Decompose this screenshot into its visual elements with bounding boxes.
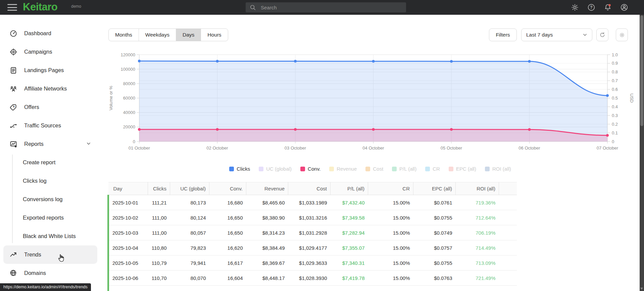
domains-icon (9, 269, 17, 277)
column-header-day: Day (108, 182, 148, 195)
tab-months[interactable]: Months (109, 29, 139, 41)
sidebar-item-affiliate-networks[interactable]: Affiliate Networks (0, 79, 101, 98)
cell-conv: 16,680 (209, 195, 246, 210)
trends-icon (9, 251, 17, 259)
legend-item-revenue[interactable]: Revenue (329, 166, 357, 172)
cell-roi-all: 714.49% (456, 240, 499, 255)
sidebar-item-label: Clicks log (23, 178, 47, 184)
legend-item-uc-global[interactable]: UC (global) (259, 166, 292, 172)
cell-clicks: 110,80 (148, 240, 170, 255)
filters-button[interactable]: Filters (489, 28, 517, 41)
cell-day: 2025-10-07 (108, 286, 148, 291)
cell-conv: 8,449 (209, 286, 246, 291)
cell-epc-all: $0.0755 (413, 255, 456, 271)
refresh-icon (599, 32, 606, 38)
app-logo: Keitaro (23, 1, 57, 13)
cell-p-l-all: $7,355.07 (331, 240, 368, 255)
sidebar-item-reports[interactable]: Reports (0, 135, 101, 153)
page-scrollbar[interactable] (640, 15, 644, 291)
cell-revenue: $4,289.34 (246, 286, 288, 291)
sidebar-item-clicks-log[interactable]: Clicks log (0, 172, 101, 190)
scrollbar-thumb[interactable] (640, 15, 643, 126)
sidebar-item-dashboard[interactable]: Dashboard (0, 24, 101, 43)
settings-icon[interactable] (571, 3, 579, 11)
cell-conv: 16,650 (209, 210, 246, 225)
sidebar-item-traffic-sources[interactable]: Traffic Sources (0, 116, 101, 135)
topbar: Keitaro demo ? (0, 0, 644, 15)
cell-epc-all: $0.0757 (413, 240, 456, 255)
tab-hours[interactable]: Hours (201, 29, 228, 41)
date-range-select[interactable]: Last 7 days (521, 28, 592, 41)
sidebar-item-black-and-white-lists[interactable]: Black and White Lists (0, 227, 101, 245)
sidebar-item-offers[interactable]: $Offers (0, 98, 101, 116)
refresh-button[interactable] (596, 28, 608, 41)
cell-cr: 15.00% (368, 210, 413, 225)
cell-cost: $1,031.3216 (288, 210, 331, 225)
sidebar-item-label: Exported reports (23, 215, 64, 221)
cell-cr: 15.00% (368, 255, 413, 271)
cell-filler (499, 240, 517, 255)
svg-text:0.2: 0.2 (612, 122, 618, 127)
help-icon[interactable]: ? (587, 3, 595, 11)
sidebar-item-trends[interactable]: Trends (3, 245, 97, 264)
legend-item-conv[interactable]: Conv. (300, 166, 320, 172)
legend-item-clicks[interactable]: Clicks (229, 166, 250, 172)
table-row: 2025-10-06110,7080,07016,604$8,448.17$1,… (108, 271, 517, 286)
table-row: 2025-10-03111,0080,05716,650$8,314.23$1,… (108, 225, 517, 240)
svg-text:0.7: 0.7 (612, 78, 618, 83)
sidebar-item-landings-pages[interactable]: Landings Pages (0, 61, 101, 79)
sidebar-item-create-report[interactable]: Create report (0, 153, 101, 172)
sidebar: DashboardCampaignsLandings PagesAffiliat… (0, 15, 101, 291)
svg-text:120000: 120000 (121, 52, 135, 57)
cell-cr: 15.00% (368, 286, 413, 291)
cell-revenue: $8,380.90 (246, 210, 288, 225)
legend-swatch (229, 167, 234, 171)
trends-table-wrap: DayClicksUC (global)Conv.RevenueCostP/L … (107, 182, 516, 291)
cell-cost: $1,031.2928 (288, 225, 331, 240)
notifications-icon[interactable] (604, 3, 612, 11)
cell-clicks: 111,00 (148, 210, 170, 225)
chevron-down-icon (85, 140, 92, 148)
cell-day: 2025-10-01 (108, 195, 148, 210)
tab-days[interactable]: Days (176, 29, 201, 41)
cell-roi-all: 719.9% (456, 286, 499, 291)
svg-text:40000: 40000 (123, 110, 135, 115)
sidebar-item-domains[interactable]: Domains (0, 264, 101, 282)
cell-cr: 15.00% (368, 195, 413, 210)
legend-label: Conv. (308, 166, 320, 172)
svg-text:Volume or %: Volume or % (108, 85, 113, 110)
legend-item-cr[interactable]: CR (425, 166, 440, 172)
sidebar-item-label: Traffic Sources (24, 122, 61, 129)
account-icon[interactable] (620, 3, 628, 11)
cell-clicks: 111,00 (148, 225, 170, 240)
cell-clicks: 110,79 (148, 255, 170, 271)
sidebar-item-label: Black and White Lists (23, 233, 76, 239)
cell-filler (499, 195, 517, 210)
cell-day: 2025-10-03 (108, 225, 148, 240)
scrollbar-down-arrow[interactable] (640, 288, 643, 290)
sidebar-item-conversions-log[interactable]: Conversions log (0, 190, 101, 209)
legend-item-cost[interactable]: Cost (365, 166, 383, 172)
cell-conv: 16,620 (209, 240, 246, 255)
chart-legend: ClicksUC (global)Conv.RevenueCostP/L (al… (101, 166, 640, 172)
cell-filler (499, 225, 517, 240)
cell-epc-all: $0.0749 (413, 225, 456, 240)
period-tabs: MonthsWeekdaysDaysHours (108, 28, 228, 41)
chart-settings-button[interactable] (616, 28, 628, 41)
cell-cost: $1,029.3633 (288, 255, 331, 271)
legend-item-roi-all[interactable]: ROI (all) (485, 166, 511, 172)
cell-conv: 16,617 (209, 255, 246, 271)
search-input[interactable] (260, 4, 394, 11)
cell-cr: 15.00% (368, 271, 413, 286)
menu-icon[interactable] (7, 4, 17, 11)
legend-swatch (259, 167, 263, 171)
legend-label: ROI (all) (492, 166, 511, 172)
column-header-conv: Conv. (209, 182, 246, 195)
legend-item-p-l-all[interactable]: P/L (all) (392, 166, 416, 172)
sidebar-item-campaigns[interactable]: Campaigns (0, 43, 101, 61)
legend-item-epc-all[interactable]: EPC (all) (449, 166, 476, 172)
cell-p-l-all: $7,340.31 (331, 255, 368, 271)
sidebar-item-exported-reports[interactable]: Exported reports (0, 209, 101, 227)
svg-text:$: $ (13, 105, 15, 108)
tab-weekdays[interactable]: Weekdays (139, 29, 176, 41)
